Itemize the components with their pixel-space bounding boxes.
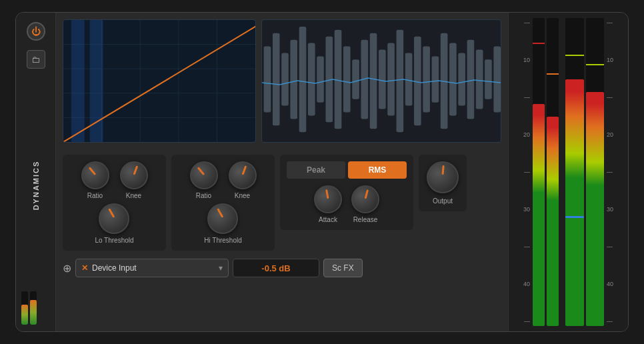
svg-rect-24 <box>387 43 395 116</box>
bottom-bar: ⊕ ✕ Device Input ▾ -0.5 dB Sc FX <box>63 256 501 280</box>
output-section: Output <box>419 155 467 211</box>
peak-indicator-4 <box>586 64 605 65</box>
svg-rect-29 <box>432 56 439 102</box>
hi-ratio-knob[interactable] <box>190 161 218 189</box>
transfer-graph <box>63 19 256 143</box>
folder-button[interactable]: 🗀 <box>27 50 45 69</box>
lo-threshold-row: Lo Threshold <box>95 203 133 244</box>
meter-bars-group <box>533 18 604 326</box>
sc-fx-button[interactable]: Sc FX <box>323 259 363 277</box>
attack-knob[interactable] <box>314 185 342 213</box>
meter-fill-3 <box>565 79 584 326</box>
lo-knee-group: Knee <box>120 161 148 199</box>
lo-knee-label: Knee <box>126 192 141 199</box>
blue-dot-3 <box>565 216 584 218</box>
hi-knee-group: Knee <box>229 161 257 199</box>
svg-rect-33 <box>467 40 475 119</box>
output-knob[interactable] <box>427 161 459 193</box>
hi-ratio-group: Ratio <box>190 161 218 199</box>
svg-rect-8 <box>71 20 85 142</box>
lo-ratio-group: Ratio <box>81 161 109 199</box>
svg-rect-16 <box>317 56 324 102</box>
main-content: Ratio Knee Lo Threshold <box>56 13 508 331</box>
hi-threshold-knob[interactable] <box>207 203 238 234</box>
folder-icon: 🗀 <box>31 55 40 65</box>
svg-rect-9 <box>90 20 103 142</box>
db-value: -0.5 dB <box>261 263 290 273</box>
db-display: -0.5 dB <box>233 259 319 277</box>
meter-scale-right: — 10 — 20 — 30 — 40 — <box>607 18 623 326</box>
svg-rect-25 <box>397 30 404 132</box>
attack-label: Attack <box>319 216 337 223</box>
hi-knob-row: Ratio Knee <box>190 161 257 199</box>
lo-threshold-label: Lo Threshold <box>95 237 133 244</box>
svg-rect-12 <box>281 53 289 105</box>
device-input-select[interactable]: ✕ Device Input ▾ <box>75 259 229 277</box>
power-icon: ⏻ <box>31 26 41 37</box>
svg-rect-28 <box>423 47 430 113</box>
mini-vu-meters <box>21 291 37 325</box>
hi-threshold-group: Hi Threshold <box>204 203 242 244</box>
svg-rect-20 <box>352 59 359 99</box>
hi-knee-knob[interactable] <box>229 161 257 189</box>
top-row <box>63 19 501 149</box>
svg-rect-10 <box>264 47 271 113</box>
svg-rect-26 <box>405 53 413 105</box>
device-input-label: Device Input <box>92 263 137 273</box>
svg-rect-11 <box>273 33 280 125</box>
peak-indicator-2 <box>547 73 559 75</box>
release-knob[interactable] <box>351 185 379 213</box>
meter-bar-4 <box>586 18 605 326</box>
plugin-title: DYNAMICS <box>32 161 40 211</box>
svg-rect-36 <box>493 47 501 113</box>
release-label: Release <box>353 216 378 223</box>
release-group: Release <box>351 185 379 223</box>
meter-fill-1 <box>533 104 545 326</box>
x-icon[interactable]: ✕ <box>81 263 88 273</box>
svg-rect-32 <box>458 53 465 105</box>
power-button[interactable]: ⏻ <box>27 22 45 41</box>
graph-grid-svg <box>63 20 255 142</box>
svg-rect-35 <box>485 59 492 99</box>
waveform-display <box>261 19 501 143</box>
lo-threshold-knob[interactable] <box>99 203 129 234</box>
waveform-svg <box>262 20 501 142</box>
hi-threshold-label: Hi Threshold <box>204 237 242 244</box>
left-sidebar: ⏻ 🗀 DYNAMICS <box>16 13 56 331</box>
svg-rect-31 <box>449 43 457 116</box>
meter-fill-2 <box>547 117 559 326</box>
svg-rect-18 <box>335 30 342 129</box>
meter-bar-2 <box>547 18 559 326</box>
controls-row: Ratio Knee Lo Threshold <box>63 155 501 251</box>
lo-ratio-label: Ratio <box>87 192 103 199</box>
peak-indicator-1 <box>533 43 545 44</box>
peak-rms-buttons: Peak RMS <box>287 161 407 179</box>
peak-indicator-3 <box>565 55 584 56</box>
right-meters: — 10 — 20 — 30 — 40 — <box>508 13 628 331</box>
svg-rect-19 <box>343 47 351 113</box>
mini-vu-fill-left <box>21 305 28 325</box>
peak-rms-section: Peak RMS Attack Release <box>280 155 413 230</box>
svg-rect-22 <box>370 33 377 129</box>
svg-rect-15 <box>308 43 315 116</box>
meters-area: — 10 — 20 — 30 — 40 — <box>514 18 623 326</box>
lo-threshold-group: Lo Threshold <box>95 203 133 244</box>
attack-group: Attack <box>314 185 342 223</box>
attack-release-row: Attack Release <box>287 185 407 223</box>
meter-bar-1 <box>533 18 545 326</box>
dropdown-arrow-icon: ▾ <box>219 263 223 273</box>
mini-vu-bar-right <box>30 291 37 325</box>
peak-button[interactable]: Peak <box>287 161 345 179</box>
lo-ratio-knob[interactable] <box>81 161 109 189</box>
meter-bar-3 <box>565 18 584 326</box>
svg-rect-13 <box>290 40 297 119</box>
routing-icon[interactable]: ⊕ <box>63 262 71 275</box>
meter-spacer <box>561 18 563 326</box>
rms-button[interactable]: RMS <box>348 161 407 179</box>
meter-scale-left: — 10 — 20 — 30 — 40 — <box>514 18 530 326</box>
lo-knee-knob[interactable] <box>120 161 148 189</box>
hi-knee-label: Knee <box>235 192 250 199</box>
hi-threshold-row: Hi Threshold <box>204 203 242 244</box>
svg-rect-14 <box>299 27 307 132</box>
hi-comp-section: Ratio Knee Hi Threshold <box>171 155 275 251</box>
